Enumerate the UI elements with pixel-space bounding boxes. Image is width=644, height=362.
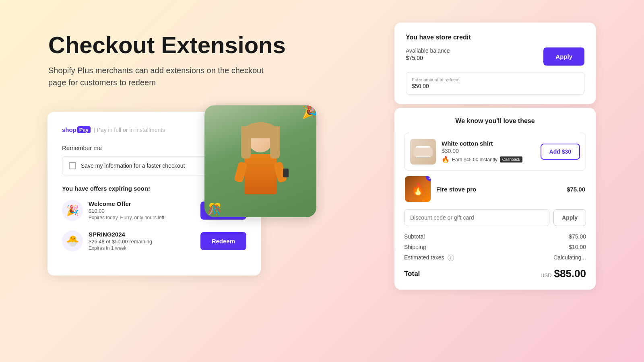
taxes-info-icon[interactable]: i (448, 255, 454, 261)
add-shirt-button[interactable]: Add $30 (541, 144, 580, 160)
taxes-label: Estimated taxes i (404, 254, 454, 261)
shirt-image-placeholder (410, 139, 436, 165)
subtotal-label: Subtotal (404, 233, 425, 240)
cashback-badge-shirt: Cashback (500, 156, 522, 162)
offer-name-1: Welcome Offer (89, 200, 195, 207)
product-name-shirt: White cotton shirt (442, 140, 535, 147)
offer-expiry-1: Expires today. Hurry, only hours left! (89, 215, 195, 220)
available-amount: $75.00 (406, 55, 450, 61)
remember-me-text: Save my information for a faster checkou… (81, 162, 185, 169)
shipping-label: Shipping (404, 244, 426, 250)
redeem-amount-input-box[interactable]: Enter amount to redeem $50.00 (406, 72, 584, 95)
recommendations-title: We know you'll love these (404, 117, 586, 125)
offer-expiry-2: Expires in 1 week (89, 245, 195, 251)
product-image-shirt (410, 139, 436, 165)
taxes-value: Calculating... (553, 254, 586, 261)
offer-icon-2: 🐣 (62, 230, 83, 251)
offer-info-2: SPRING2024 $26.48 of $50.00 remaining Ex… (89, 231, 195, 251)
credit-info: Available balance $75.00 (406, 47, 450, 61)
discount-code-input[interactable] (404, 209, 549, 226)
pay-box: Pay (77, 126, 91, 133)
product-info-firestove: Fire stove pro (436, 186, 561, 193)
party-decoration-bottom: 🎊 (208, 202, 222, 216)
shipping-value: $10.00 (569, 244, 586, 250)
product-name-firestove: Fire stove pro (436, 186, 561, 193)
offer-icon-1: 🎉 (62, 200, 83, 221)
recommendations-card: We know you'll love these White cotton s… (394, 108, 596, 290)
product-card-shirt: White cotton shirt $30.00 🔥 Earn $45.00 … (404, 133, 586, 171)
cashback-text-shirt: Earn $45.00 instantly (452, 157, 497, 162)
remember-me-checkbox[interactable] (69, 162, 76, 169)
offer-info-1: Welcome Offer $10.00 Expires today. Hurr… (89, 200, 195, 220)
total-row: Total USD $85.00 (404, 265, 586, 280)
subtotal-row: Subtotal $75.00 (404, 233, 586, 240)
offer-amount-2: $26.48 of $50.00 remaining (89, 239, 195, 245)
offer-row-2: 🐣 SPRING2024 $26.48 of $50.00 remaining … (62, 230, 246, 251)
fire-emoji-shirt: 🔥 (442, 156, 450, 163)
shipping-row: Shipping $10.00 (404, 244, 586, 250)
discount-apply-button[interactable]: Apply (553, 209, 586, 226)
hero-section: Checkout Extensions Shopify Plus merchan… (48, 32, 286, 88)
redeem-input-label: Enter amount to redeem (412, 77, 578, 82)
store-credit-card: You have store credit Available balance … (394, 23, 596, 104)
product-price-firestove: $75.00 (567, 186, 585, 193)
subtotal-value: $75.00 (569, 233, 586, 240)
redeem-button-2[interactable]: Redeem (200, 232, 246, 250)
available-label: Available balance (406, 47, 450, 54)
discount-code-row: Apply (404, 209, 586, 226)
shop-text: shop (62, 126, 76, 133)
total-amount-group: USD $85.00 (541, 267, 586, 280)
taxes-label-text: Estimated taxes (404, 254, 444, 261)
shoppay-logo: shopPay (62, 126, 91, 133)
taxes-row: Estimated taxes i Calculating... (404, 254, 586, 261)
fire-icon: 🔥 (411, 183, 425, 196)
total-amount: $85.00 (554, 267, 586, 280)
shoppay-divider: | Pay in full or in installments (94, 127, 165, 133)
photo-overlay: 🎉 🎊 (204, 105, 316, 217)
offer-name-2: SPRING2024 (89, 231, 195, 238)
hero-title: Checkout Extensions (48, 32, 286, 58)
cashback-row-shirt: 🔥 Earn $45.00 instantly Cashback (442, 156, 535, 163)
product-info-shirt: White cotton shirt $30.00 🔥 Earn $45.00 … (442, 140, 535, 163)
total-label: Total (404, 270, 420, 278)
firestove-image-placeholder: 🔥 (405, 176, 431, 202)
hero-subtitle: Shopify Plus merchants can add extension… (48, 64, 274, 88)
product-price-shirt: $30.00 (442, 148, 535, 154)
redeem-input-value[interactable]: $50.00 (412, 83, 578, 89)
offer-amount-1: $10.00 (89, 208, 195, 214)
store-credit-title: You have store credit (406, 34, 584, 41)
party-decoration-top: 🎉 (302, 105, 316, 119)
product-image-firestove: 🔥 1 (405, 176, 431, 202)
store-credit-apply-button[interactable]: Apply (543, 47, 584, 66)
credit-row: Available balance $75.00 Apply (406, 47, 584, 66)
total-currency: USD (541, 272, 551, 278)
product-row-firestove: 🔥 1 Fire stove pro $75.00 (404, 176, 586, 202)
